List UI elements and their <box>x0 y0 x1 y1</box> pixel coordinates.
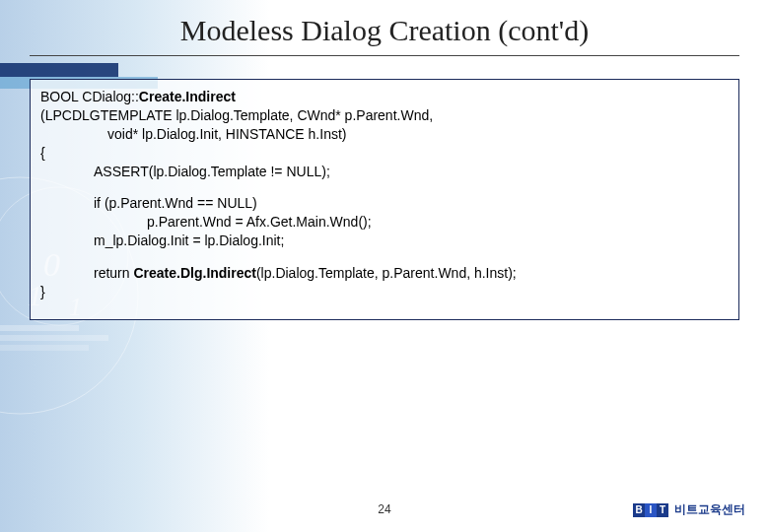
title-underline <box>30 55 739 56</box>
code-text: BOOL CDialog:: <box>40 89 139 104</box>
blank-line <box>40 180 729 194</box>
bit-logo-b: B <box>633 503 645 517</box>
bit-logo-t: T <box>657 503 668 517</box>
bit-logo-i: I <box>645 503 657 517</box>
code-line: } <box>40 283 729 301</box>
code-line: p.Parent.Wnd = Afx.Get.Main.Wnd(); <box>40 213 729 232</box>
svg-rect-0 <box>0 63 118 77</box>
code-line: BOOL CDialog::Create.Indirect <box>40 88 729 106</box>
code-line: ASSERT(lp.Dialog.Template != NULL); <box>40 163 729 181</box>
code-text: return <box>94 265 133 281</box>
slide-page: 0 1 1 Modeless Dialog Creation (cont'd) … <box>0 0 769 532</box>
code-line: { <box>40 144 729 163</box>
code-box: BOOL CDialog::Create.Indirect (LPCDLGTEM… <box>30 79 739 320</box>
bit-logo-icon: BIT <box>633 503 668 517</box>
footer-logo-block: BIT 비트교육센터 <box>633 501 745 518</box>
blank-line <box>40 250 729 264</box>
code-text: (lp.Dialog.Template, p.Parent.Wnd, h.Ins… <box>256 265 517 281</box>
svg-rect-6 <box>0 345 89 351</box>
code-text-bold: Create.Indirect <box>139 89 236 104</box>
code-line: m_lp.Dialog.Init = lp.Dialog.Init; <box>40 232 729 250</box>
footer-text: 비트교육센터 <box>674 501 745 518</box>
svg-rect-5 <box>0 335 108 341</box>
svg-rect-4 <box>0 325 79 331</box>
slide-title: Modeless Dialog Creation (cont'd) <box>0 14 769 47</box>
code-line: void* lp.Dialog.Init, HINSTANCE h.Inst) <box>40 125 729 144</box>
code-line: return Create.Dlg.Indirect(lp.Dialog.Tem… <box>40 264 729 283</box>
code-text-bold: Create.Dlg.Indirect <box>133 265 255 281</box>
code-line: if (p.Parent.Wnd == NULL) <box>40 194 729 213</box>
code-line: (LPCDLGTEMPLATE lp.Dialog.Template, CWnd… <box>40 106 729 125</box>
